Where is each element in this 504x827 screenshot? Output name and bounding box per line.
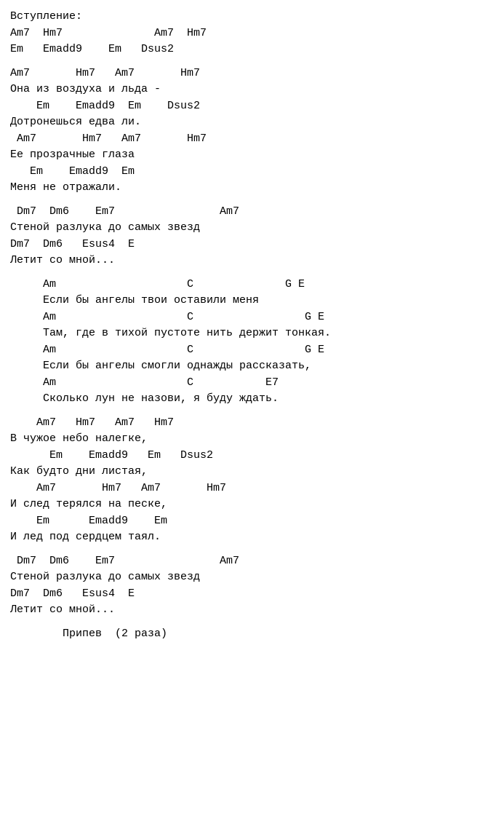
lyrics-line-0-0: Вступление: (10, 9, 494, 25)
chords-line-3-0: Am C G E (10, 277, 494, 293)
lyrics-line-1-5: Ее прозрачные глаза (10, 147, 494, 164)
section-1: Am7 Hm7 Am7 Hm7Она из воздуха и льда - E… (10, 66, 494, 197)
lyrics-line-2-3: Летит со мной... (10, 253, 494, 269)
lyrics-line-3-5: Если бы ангелы смогли однажды рассказать… (10, 358, 494, 375)
lyrics-line-3-7: Сколько лун не назови, я буду ждать. (10, 391, 494, 408)
chords-line-0-1: Am7 Hm7 Am7 Hm7 (10, 25, 494, 42)
chords-line-5-0: Dm7 Dm6 Em7 Am7 (10, 553, 494, 570)
lyrics-line-2-1: Стеной разлука до самых звезд (10, 220, 494, 237)
chords-line-4-6: Em Emadd9 Em (10, 513, 494, 530)
chords-line-0-2: Em Emadd9 Em Dsus2 (10, 41, 494, 58)
section-4: Am7 Hm7 Am7 Hm7В чужое небо налегке, Em … (10, 415, 494, 546)
lyrics-line-1-7: Меня не отражали. (10, 180, 494, 197)
lyrics-line-4-3: Как будто дни листая, (10, 464, 494, 480)
lyrics-line-4-7: И лед под сердцем таял. (10, 529, 494, 546)
chords-line-4-4: Am7 Hm7 Am7 Hm7 (10, 480, 494, 497)
chords-line-3-4: Am C G E (10, 342, 494, 359)
chords-line-2-2: Dm7 Dm6 Esus4 E (10, 237, 494, 253)
chords-line-1-0: Am7 Hm7 Am7 Hm7 (10, 66, 494, 82)
lyrics-line-3-1: Если бы ангелы твои оставили меня (10, 293, 494, 309)
lyrics-line-5-1: Стеной разлука до самых звезд (10, 569, 494, 586)
lyrics-line-3-3: Там, где в тихой пустоте нить держит тон… (10, 325, 494, 342)
chords-line-3-6: Am C E7 (10, 375, 494, 392)
section-3: Am C G E Если бы ангелы твои оставили ме… (10, 277, 494, 408)
song-sheet: Вступление:Am7 Hm7 Am7 Hm7Em Emadd9 Em D… (10, 9, 494, 642)
lyrics-line-6-1: Припев (2 раза) (10, 626, 494, 643)
section-5: Dm7 Dm6 Em7 Am7Стеной разлука до самых з… (10, 553, 494, 619)
chords-line-4-2: Em Emadd9 Em Dsus2 (10, 448, 494, 464)
chords-line-1-2: Em Emadd9 Em Dsus2 (10, 98, 494, 115)
lyrics-line-1-3: Дотронешься едва ли. (10, 114, 494, 131)
chords-line-2-0: Dm7 Dm6 Em7 Am7 (10, 204, 494, 221)
section-2: Dm7 Dm6 Em7 Am7Стеной разлука до самых з… (10, 204, 494, 269)
lyrics-line-4-5: И след терялся на песке, (10, 496, 494, 513)
chords-line-4-0: Am7 Hm7 Am7 Hm7 (10, 415, 494, 432)
lyrics-line-4-1: В чужое небо налегке, (10, 431, 494, 448)
section-6: Припев (2 раза) (10, 626, 494, 643)
chords-line-1-6: Em Emadd9 Em (10, 164, 494, 181)
section-0: Вступление:Am7 Hm7 Am7 Hm7Em Emadd9 Em D… (10, 9, 494, 58)
chords-line-5-2: Dm7 Dm6 Esus4 E (10, 586, 494, 603)
chords-line-1-4: Am7 Hm7 Am7 Hm7 (10, 131, 494, 148)
lyrics-line-1-1: Она из воздуха и льда - (10, 82, 494, 98)
lyrics-line-5-3: Летит со мной... (10, 602, 494, 619)
chords-line-3-2: Am C G E (10, 309, 494, 326)
